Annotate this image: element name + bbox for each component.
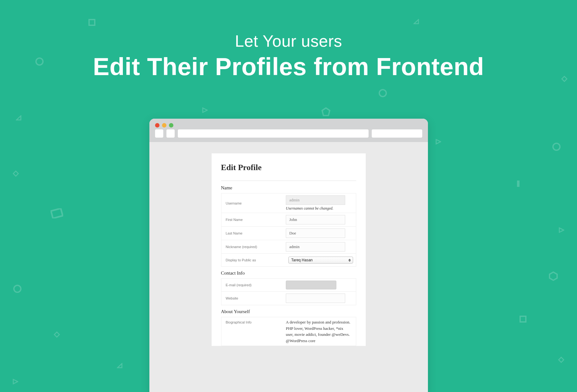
display-name-value: Tareq Hasan xyxy=(291,258,313,262)
name-section: Username Usernames cannot be changed. Fi… xyxy=(221,193,356,267)
close-icon[interactable] xyxy=(155,123,159,128)
svg-marker-9 xyxy=(322,108,330,116)
profile-form-card: Edit Profile Name Username Usernames can… xyxy=(212,153,366,346)
svg-point-5 xyxy=(14,285,21,292)
minimize-icon[interactable] xyxy=(162,123,166,128)
label-last-name: Last Name xyxy=(221,227,286,240)
svg-rect-14 xyxy=(517,181,520,187)
hero-title: Edit Their Profiles from Frontend xyxy=(0,52,577,81)
svg-marker-8 xyxy=(203,108,207,112)
contact-section: E-mail (required) Website xyxy=(221,278,356,305)
section-contact-heading: Contact Info xyxy=(221,270,356,276)
about-section: Biographical Info A developer by passion… xyxy=(221,317,356,346)
last-name-field[interactable] xyxy=(286,229,345,238)
svg-rect-0 xyxy=(89,20,95,25)
svg-rect-17 xyxy=(520,316,526,322)
svg-marker-18 xyxy=(559,357,564,362)
chevron-updown-icon xyxy=(348,258,352,263)
divider xyxy=(221,181,356,181)
toolbar-button-1[interactable] xyxy=(155,129,163,138)
label-email: E-mail (required) xyxy=(221,279,286,291)
svg-marker-2 xyxy=(16,116,21,120)
svg-marker-6 xyxy=(54,332,59,337)
label-username: Username xyxy=(221,193,286,213)
maximize-icon[interactable] xyxy=(169,123,173,128)
label-first-name: First Name xyxy=(221,213,286,226)
browser-toolbar xyxy=(149,129,428,142)
label-website: Website xyxy=(221,292,286,305)
section-about-heading: About Yourself xyxy=(221,309,356,314)
browser-viewport: Edit Profile Name Username Usernames can… xyxy=(149,142,428,392)
svg-marker-11 xyxy=(436,140,441,144)
bio-field[interactable]: A developer by passion and profession. P… xyxy=(286,319,353,344)
label-display-name: Display to Public as xyxy=(221,254,286,266)
toolbar-search[interactable] xyxy=(372,129,422,138)
section-name-heading: Name xyxy=(221,185,356,191)
username-field xyxy=(286,195,345,205)
browser-mock: Edit Profile Name Username Usernames can… xyxy=(149,119,428,392)
svg-marker-16 xyxy=(550,272,557,280)
svg-point-10 xyxy=(379,90,386,97)
nickname-field[interactable] xyxy=(286,242,345,252)
traffic-lights xyxy=(155,123,173,128)
svg-marker-19 xyxy=(414,20,418,24)
display-name-select[interactable]: Tareq Hasan xyxy=(288,257,353,264)
hero-subtitle: Let Your users xyxy=(0,32,577,50)
svg-marker-20 xyxy=(117,364,122,368)
hero: Let Your users Edit Their Profiles from … xyxy=(0,32,577,81)
address-bar[interactable] xyxy=(178,129,369,138)
svg-rect-4 xyxy=(51,208,63,218)
website-field[interactable] xyxy=(286,294,345,303)
svg-point-13 xyxy=(553,143,560,150)
page-title: Edit Profile xyxy=(221,163,356,172)
toolbar-button-2[interactable] xyxy=(166,129,175,138)
email-field-redacted[interactable] xyxy=(286,281,336,289)
svg-marker-15 xyxy=(559,228,564,232)
svg-marker-3 xyxy=(13,171,18,176)
first-name-field[interactable] xyxy=(286,215,345,224)
username-help-text: Usernames cannot be changed. xyxy=(286,206,353,211)
browser-titlebar xyxy=(149,119,428,129)
label-bio: Biographical Info xyxy=(221,317,286,346)
svg-marker-7 xyxy=(13,379,18,384)
label-nickname: Nickname (required) xyxy=(221,240,286,253)
